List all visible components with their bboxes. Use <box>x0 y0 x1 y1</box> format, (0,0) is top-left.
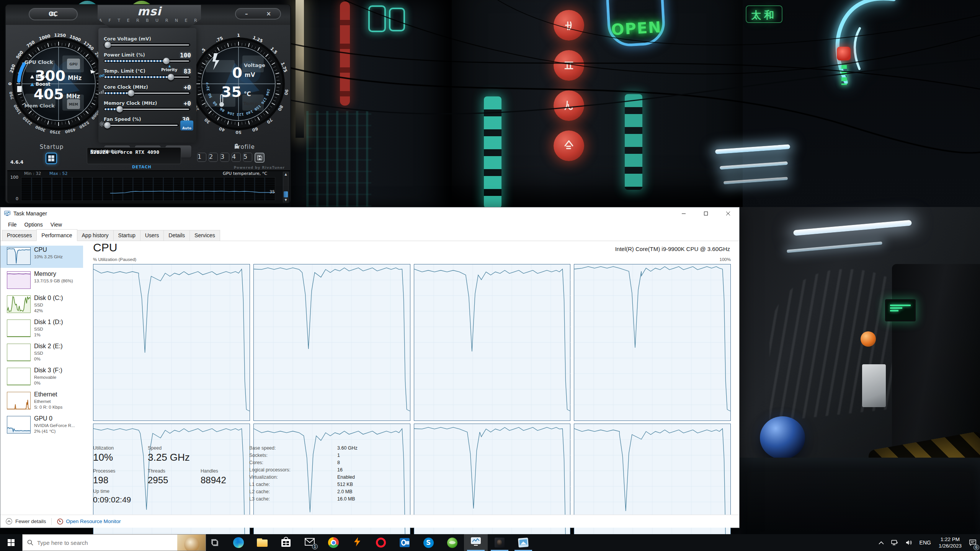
taskbar-app-photos[interactable] <box>511 534 535 551</box>
taskbar-app-file-explorer[interactable] <box>250 534 274 551</box>
slider-track[interactable] <box>104 75 190 79</box>
taskbar-app-mail[interactable]: 1 <box>298 534 322 551</box>
msi-minimize-button[interactable]: – <box>245 9 248 19</box>
msi-afterburner-window: OC msi A F T E R B U R N E R – × 0250500… <box>5 4 291 204</box>
tab-performance[interactable]: Performance <box>36 229 77 241</box>
tab-services[interactable]: Services <box>189 230 220 241</box>
maximize-button[interactable] <box>695 207 717 220</box>
network-tray-button[interactable] <box>887 534 902 551</box>
startup-windows-button[interactable] <box>46 153 57 164</box>
sidebar-item-disk-1-d-[interactable]: Disk 1 (D:)SSD1% <box>0 318 83 340</box>
sidebar-item-sub2: S: 0 R: 0 Kbps <box>34 405 62 409</box>
taskbar-app-lightning-app[interactable] <box>345 534 369 551</box>
msi-close-button[interactable]: × <box>266 9 271 19</box>
slider-thumb[interactable] <box>104 122 111 129</box>
scroll-up-icon[interactable]: ▲ <box>284 173 287 176</box>
menu-options[interactable]: Options <box>21 220 47 229</box>
volume-tray-button[interactable] <box>902 534 916 551</box>
menu-file[interactable]: File <box>4 220 21 229</box>
minimize-button[interactable] <box>673 207 695 220</box>
taskbar-app-outlook[interactable] <box>393 534 416 551</box>
stat-label: Utilization <box>93 445 114 451</box>
tab-processes[interactable]: Processes <box>2 230 37 241</box>
task-manager-window: Task Manager FileOptionsView ProcessesPe… <box>0 207 740 528</box>
gpu-temperature-line <box>110 191 275 193</box>
taskbar-app-chrome[interactable] <box>322 534 345 551</box>
taskbar-app-opera[interactable] <box>369 534 393 551</box>
sidebar-item-gpu-0[interactable]: GPU 0NVIDIA GeForce R...2% (41 °C) <box>0 414 83 437</box>
profile-slot-button-3[interactable]: 3 <box>220 153 229 162</box>
taskbar-app-skype[interactable]: S <box>416 534 440 551</box>
close-button[interactable] <box>717 207 739 220</box>
slider-track[interactable] <box>104 108 190 111</box>
scroll-down-icon[interactable]: ▼ <box>284 198 287 202</box>
taskbar-app-edge[interactable] <box>227 534 250 551</box>
language-indicator[interactable]: ENG <box>916 540 935 546</box>
stat-label: Processes <box>93 468 115 474</box>
graph-max-label: Max : 52 <box>49 171 67 176</box>
taskbar-app-task-manager[interactable] <box>464 534 488 551</box>
show-hidden-icons-button[interactable] <box>875 534 887 551</box>
taskbar-app-media-dark-app[interactable] <box>488 534 511 551</box>
sidebar-item-disk-2-e-[interactable]: Disk 2 (E:)SSD0% <box>0 342 83 364</box>
slider-track[interactable] <box>104 124 179 127</box>
profile-slot-button-5[interactable]: 5 <box>243 153 252 162</box>
slider-fill <box>105 76 170 78</box>
sidebar-item-ethernet[interactable]: EthernetEthernetS: 0 R: 0 Kbps <box>0 390 83 412</box>
task-view-button[interactable] <box>206 534 224 551</box>
profile-slot-button-1[interactable]: 1 <box>197 153 206 162</box>
msi-logo-plate: msi A F T E R B U R N E R <box>98 5 201 29</box>
slider-thumb[interactable] <box>163 58 170 64</box>
profile-slot-button-2[interactable]: 2 <box>209 153 218 162</box>
task-manager-title-bar[interactable]: Task Manager <box>0 207 739 220</box>
sidebar-item-disk-3-f-[interactable]: Disk 3 (F:)Removable0% <box>0 366 83 388</box>
slider-track[interactable] <box>104 91 190 95</box>
slider-thumb[interactable] <box>116 106 123 112</box>
slider-track[interactable] <box>104 59 190 63</box>
sidebar-item-sub1: SSD <box>34 303 43 307</box>
search-input[interactable] <box>37 540 163 546</box>
taskbar-app-green-orb-app[interactable] <box>440 534 464 551</box>
detach-link[interactable]: DETACH <box>132 165 152 169</box>
graph-current-value: 35 <box>270 189 275 194</box>
tab-details[interactable]: Details <box>163 230 190 241</box>
tab-users[interactable]: Users <box>140 230 164 241</box>
gauge-scale-label: 1250 <box>54 33 66 38</box>
open-resource-monitor-link[interactable]: Open Resource Monitor <box>57 518 121 525</box>
slider-thumb[interactable] <box>128 90 134 96</box>
sidebar-item-disk-0-c-[interactable]: Disk 0 (C:)SSD42% <box>0 294 83 316</box>
slider-groove <box>173 77 189 78</box>
oc-scanner-button[interactable]: OC <box>29 8 78 20</box>
logical-processor-grid <box>93 264 731 438</box>
sidebar-item-cpu[interactable]: CPU10% 3.25 GHz <box>0 246 83 268</box>
taskbar-app-store[interactable] <box>274 534 298 551</box>
fan-auto-button[interactable]: Auto <box>180 121 193 130</box>
graph-scrollbar[interactable]: ▲ ▼ <box>283 172 289 202</box>
sidebar-item-memory[interactable]: Memory13.7/15.9 GB (86%) <box>0 270 83 292</box>
search-highlight-image[interactable] <box>177 535 206 551</box>
slider-thumb[interactable] <box>168 74 174 80</box>
start-button[interactable] <box>0 534 22 551</box>
profile-save-button[interactable] <box>255 153 265 163</box>
tab-startup[interactable]: Startup <box>113 230 140 241</box>
sidebar-item-sub1: 10% 3.25 GHz <box>34 254 63 259</box>
slider-label: Core Voltage (mV) <box>104 36 151 42</box>
slider-thumb[interactable] <box>105 42 111 48</box>
window-title: Task Manager <box>13 210 47 217</box>
fewer-details-button[interactable]: Fewer details <box>6 518 46 525</box>
tab-app-history[interactable]: App history <box>77 230 114 241</box>
profile-slot-buttons: 12345 <box>197 153 278 163</box>
gauge-text: GPU <box>69 62 77 66</box>
clock-date: 1/26/2023 <box>939 543 962 549</box>
scroll-thumb[interactable] <box>284 191 288 197</box>
slider-row-core-voltage-mv-: Core Voltage (mV) <box>104 36 191 51</box>
slider-track[interactable] <box>104 43 190 47</box>
menu-view[interactable]: View <box>47 220 66 229</box>
notification-center-button[interactable]: 6 <box>965 534 980 551</box>
search-icon <box>27 540 33 546</box>
taskbar-search[interactable] <box>22 534 206 551</box>
slider-label: Core Clock (MHz) <box>104 85 148 90</box>
lightning-app-icon <box>353 537 361 548</box>
clock[interactable]: 1:22 PM 1/26/2023 <box>935 536 965 549</box>
profile-slot-button-4[interactable]: 4 <box>232 153 241 162</box>
